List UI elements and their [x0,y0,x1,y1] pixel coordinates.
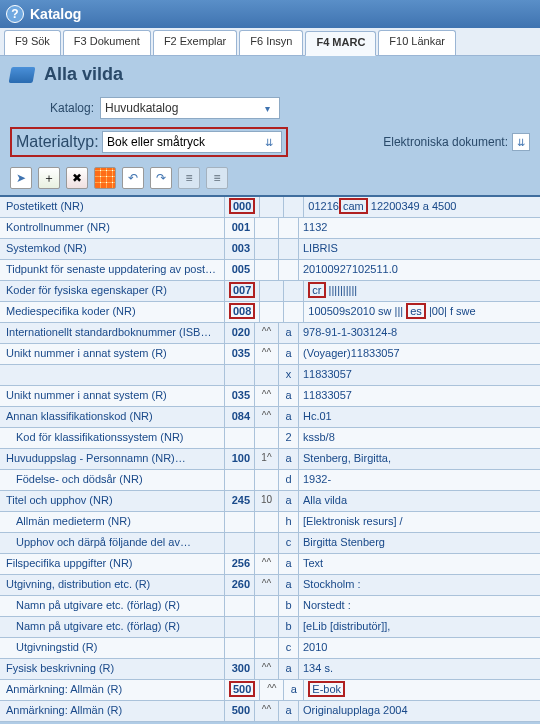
tab-marc[interactable]: F4 MARC [305,31,376,56]
marc-row[interactable]: Allmän medieterm (NR)h[Elektronisk resur… [0,512,540,533]
field-label[interactable]: Titel och upphov (NR) [0,491,225,511]
field-value[interactable]: 134 s. [299,659,540,679]
tab-dokument[interactable]: F3 Dokument [63,30,151,55]
field-value[interactable]: Hc.01 [299,407,540,427]
field-label[interactable]: Koder för fysiska egenskaper (R) [0,281,225,301]
field-label[interactable]: Utgivningstid (R) [0,638,225,658]
field-label[interactable]: Anmärkning: Allmän (R) [0,701,225,721]
marc-row[interactable]: x11833057 [0,365,540,386]
field-value[interactable]: 20100927102511.0 [299,260,540,280]
marc-row[interactable]: Annan klassifikationskod (NR)084^^aHc.01 [0,407,540,428]
elec-doc-expand-button[interactable]: ⇊ [512,133,530,151]
katalog-value: Huvudkatalog [105,101,178,115]
field-value[interactable]: E-bok [304,680,540,700]
marc-row[interactable]: Systemkod (NR)003LIBRIS [0,239,540,260]
field-value[interactable]: Originalupplaga 2004 [299,701,540,721]
field-value[interactable]: [eLib [distributör]], [299,617,540,637]
field-indicators: ^^ [255,323,279,343]
delete-doc-button[interactable]: ✖ [66,167,88,189]
marc-row[interactable]: Internationellt standardboknummer (ISBN)… [0,323,540,344]
marc-row[interactable]: Utgivning, distribution etc. (R)260^^aSt… [0,575,540,596]
marc-row[interactable]: Kontrollnummer (NR)0011132 [0,218,540,239]
field-value[interactable]: Alla vilda [299,491,540,511]
katalog-select[interactable]: Huvudkatalog ▾ [100,97,280,119]
field-label[interactable]: Upphov och därpå följande del av… [0,533,225,553]
field-label[interactable]: Filspecifika uppgifter (NR) [0,554,225,574]
field-label[interactable] [0,365,225,385]
field-value[interactable]: Stenberg, Birgitta, [299,449,540,469]
undo-button[interactable]: ↶ [122,167,144,189]
field-tag: 001 [225,218,255,238]
field-subfield: a [279,659,299,679]
field-label[interactable]: Tidpunkt för senaste uppdatering av post… [0,260,225,280]
field-value[interactable]: 11833057 [299,365,540,385]
field-value[interactable]: 11833057 [299,386,540,406]
field-value[interactable]: 2010 [299,638,540,658]
marc-row[interactable]: Unikt nummer i annat system (R)035^^a118… [0,386,540,407]
marc-row[interactable]: Kod för klassifikationssystem (NR)2kssb/… [0,428,540,449]
field-label[interactable]: Unikt nummer i annat system (R) [0,344,225,364]
field-value[interactable]: Norstedt : [299,596,540,616]
add-doc-button[interactable]: ＋ [38,167,60,189]
tab-lankar[interactable]: F10 Länkar [378,30,456,55]
marc-row[interactable]: Postetikett (NR)00001216cam 12200349 a 4… [0,197,540,218]
field-label[interactable]: Systemkod (NR) [0,239,225,259]
field-value[interactable]: (Voyager)11833057 [299,344,540,364]
field-value[interactable]: 1932- [299,470,540,490]
marc-row[interactable]: Unikt nummer i annat system (R)035^^a(Vo… [0,344,540,365]
field-value[interactable]: Stockholm : [299,575,540,595]
marc-row[interactable]: Namn på utgivare etc. (förlag) (R)b[eLib… [0,617,540,638]
marc-row[interactable]: Utgivningstid (R)c2010 [0,638,540,659]
field-value[interactable]: cr |||||||||| [304,281,540,301]
material-label: Materialtyp: [16,133,96,151]
material-select[interactable]: Bok eller småtryck ⇊ [102,131,282,153]
field-value[interactable]: LIBRIS [299,239,540,259]
field-indicators [255,260,279,280]
field-label[interactable]: Mediespecifika koder (NR) [0,302,225,322]
field-value[interactable]: 01216cam 12200349 a 4500 [304,197,540,217]
field-label[interactable]: Kod för klassifikationssystem (NR) [0,428,225,448]
field-value[interactable]: kssb/8 [299,428,540,448]
marc-row[interactable]: Filspecifika uppgifter (NR)256^^aText [0,554,540,575]
field-label[interactable]: Namn på utgivare etc. (förlag) (R) [0,596,225,616]
field-label[interactable]: Utgivning, distribution etc. (R) [0,575,225,595]
tab-insyn[interactable]: F6 Insyn [239,30,303,55]
marc-row[interactable]: Titel och upphov (NR)24510aAlla vilda [0,491,540,512]
field-label[interactable]: Unikt nummer i annat system (R) [0,386,225,406]
marc-row[interactable]: Koder för fysiska egenskaper (R)007cr ||… [0,281,540,302]
field-label[interactable]: Namn på utgivare etc. (förlag) (R) [0,617,225,637]
field-label[interactable]: Anmärkning: Allmän (R) [0,680,225,700]
marc-row[interactable]: Mediespecifika koder (NR)008100509s2010 … [0,302,540,323]
marc-row[interactable]: Anmärkning: Allmän (R)500^^aE-bok [0,680,540,701]
field-subfield: a [279,491,299,511]
field-label[interactable]: Annan klassifikationskod (NR) [0,407,225,427]
field-value[interactable]: Birgitta Stenberg [299,533,540,553]
field-value[interactable]: 100509s2010 sw ||| es |00| f swe [304,302,540,322]
field-indicators [255,428,279,448]
marc-row[interactable]: Anmärkning: Allmän (R)500^^aOriginaluppl… [0,701,540,722]
marc-row[interactable]: Upphov och därpå följande del av…cBirgit… [0,533,540,554]
field-label[interactable]: Fysisk beskrivning (R) [0,659,225,679]
field-label[interactable]: Postetikett (NR) [0,197,225,217]
new-button[interactable]: ➤ [10,167,32,189]
marc-row[interactable]: Födelse- och dödsår (NR)d1932- [0,470,540,491]
marc-row[interactable]: Namn på utgivare etc. (förlag) (R)bNorst… [0,596,540,617]
field-label[interactable]: Kontrollnummer (NR) [0,218,225,238]
field-label[interactable]: Allmän medieterm (NR) [0,512,225,532]
marc-row[interactable]: Fysisk beskrivning (R)300^^a134 s. [0,659,540,680]
field-value[interactable]: 1132 [299,218,540,238]
help-icon[interactable]: ? [6,5,24,23]
field-value[interactable]: Text [299,554,540,574]
field-value[interactable]: [Elektronisk resurs] / [299,512,540,532]
marc-row[interactable]: Tidpunkt för senaste uppdatering av post… [0,260,540,281]
field-label[interactable]: Födelse- och dödsår (NR) [0,470,225,490]
field-label[interactable]: Huvuduppslag - Personnamn (NR)… [0,449,225,469]
field-subfield: c [279,638,299,658]
tab-exemplar[interactable]: F2 Exemplar [153,30,237,55]
field-value[interactable]: 978-91-1-303124-8 [299,323,540,343]
field-label[interactable]: Internationellt standardboknummer (ISBN)… [0,323,225,343]
redo-button[interactable]: ↷ [150,167,172,189]
grid-button[interactable] [94,167,116,189]
tab-sok[interactable]: F9 Sök [4,30,61,55]
marc-row[interactable]: Huvuduppslag - Personnamn (NR)…1001^aSte… [0,449,540,470]
